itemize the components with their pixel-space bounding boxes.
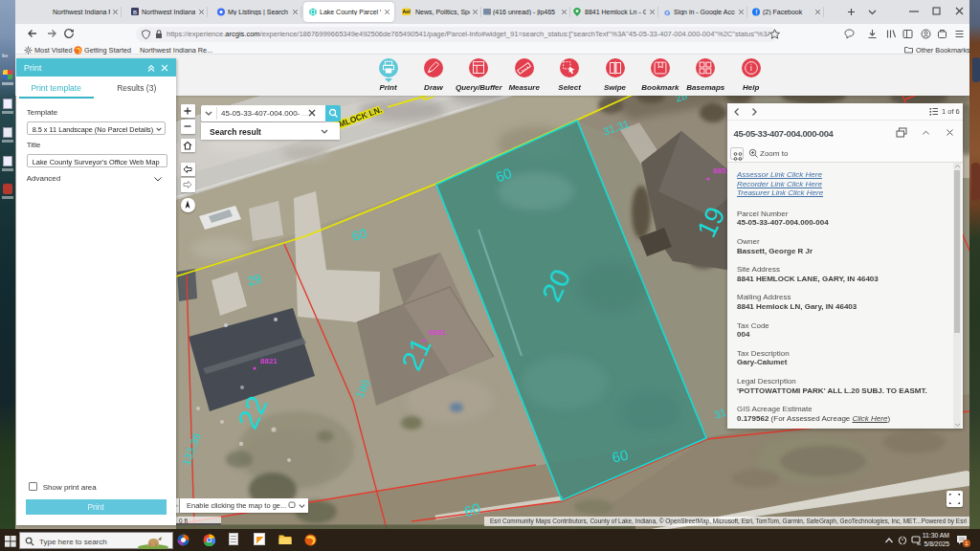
svg-text:G: G [664, 9, 670, 17]
svg-text:i: i [750, 64, 752, 73]
svg-text:f: f [755, 9, 757, 15]
svg-text:60: 60 [611, 447, 630, 466]
svg-text:Aol: Aol [402, 9, 411, 14]
svg-text:8831: 8831 [429, 328, 446, 337]
svg-text:8821: 8821 [260, 357, 278, 365]
svg-text:B: B [133, 10, 137, 15]
